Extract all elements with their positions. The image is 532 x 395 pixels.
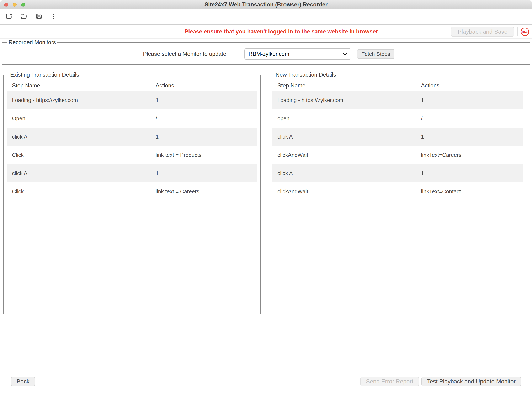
action-cell: / — [156, 115, 157, 122]
status-row: Please ensure that you haven't logged in… — [0, 24, 532, 39]
step-name-cell: Loading - https://zylker.com — [12, 97, 78, 104]
step-name-cell: click A — [12, 170, 28, 176]
table-row[interactable]: clickAndWait linkText=Careers — [272, 146, 523, 164]
window-controls — [4, 0, 25, 9]
new-transaction-icon — [5, 12, 13, 21]
rec-record-icon[interactable]: REC — [521, 28, 529, 36]
titlebar: Site24x7 Web Transaction (Browser) Recor… — [0, 0, 532, 9]
column-header-actions: Actions — [156, 82, 174, 89]
monitor-select[interactable]: RBM-zylker.com — [244, 48, 351, 60]
fetch-steps-button[interactable]: Fetch Steps — [357, 49, 395, 59]
table-row[interactable]: click A 1 — [272, 164, 523, 182]
column-header-actions: Actions — [421, 82, 439, 89]
recorded-monitors-panel: Recorded Monitors Please select a Monito… — [2, 39, 530, 65]
action-cell: 1 — [421, 133, 424, 140]
send-error-report-button[interactable]: Send Error Report — [360, 377, 419, 386]
step-name-cell: clickAndWait — [277, 188, 308, 195]
column-header-step-name: Step Name — [277, 82, 305, 89]
table-row[interactable]: click A 1 — [7, 127, 257, 146]
toolbar — [0, 9, 532, 24]
action-cell: 1 — [156, 97, 159, 104]
action-cell: linkText=Contact — [421, 188, 461, 195]
action-cell: 1 — [156, 133, 159, 140]
save-button[interactable] — [34, 12, 43, 21]
window-title: Site24x7 Web Transaction (Browser) Recor… — [205, 1, 327, 8]
test-playback-update-monitor-button[interactable]: Test Playback and Update Monitor — [421, 377, 521, 386]
monitor-select-label: Please select a Monitor to update — [143, 51, 226, 57]
table-row[interactable]: Click link text = Careers — [7, 182, 257, 201]
step-name-cell: clickAndWait — [277, 152, 308, 158]
step-name-cell: click A — [12, 133, 28, 140]
table-row[interactable]: Click link text = Products — [7, 146, 257, 164]
action-cell: / — [421, 115, 422, 122]
existing-table-rows: Loading - https://zylker.com 1 Open / cl… — [7, 91, 257, 201]
step-name-cell: Click — [12, 152, 24, 158]
more-options-button[interactable] — [50, 12, 58, 21]
footer-right-actions: Send Error Report Test Playback and Upda… — [360, 377, 521, 386]
new-transaction-button[interactable] — [5, 12, 13, 21]
action-cell: link text = Products — [156, 152, 201, 158]
minimize-window-button[interactable] — [13, 3, 17, 7]
transaction-panels: Existing Transaction Details Step Name A… — [3, 72, 526, 314]
footer-actions: Back Send Error Report Test Playback and… — [11, 377, 521, 386]
table-row[interactable]: click A 1 — [7, 164, 257, 182]
action-cell: 1 — [421, 170, 424, 176]
action-cell: 1 — [156, 170, 159, 176]
table-row[interactable]: Loading - https://zylker.com 1 — [272, 91, 523, 109]
new-table-header: Step Name Actions — [269, 80, 526, 91]
column-header-step-name: Step Name — [12, 82, 40, 89]
login-warning-text: Please ensure that you haven't logged in… — [184, 28, 378, 35]
existing-transaction-panel: Existing Transaction Details Step Name A… — [3, 72, 261, 314]
zoom-window-button[interactable] — [21, 3, 25, 7]
step-name-cell: click A — [277, 170, 293, 176]
new-table-rows: Loading - https://zylker.com 1 open / cl… — [272, 91, 523, 201]
open-folder-icon — [20, 12, 28, 21]
monitor-select-value: RBM-zylker.com — [249, 51, 289, 57]
table-row[interactable]: click A 1 — [272, 127, 523, 146]
save-icon — [35, 12, 43, 21]
step-name-cell: open — [277, 115, 289, 122]
step-name-cell: Loading - https://zylker.com — [277, 97, 343, 104]
rec-label: REC — [522, 30, 528, 33]
table-row[interactable]: clickAndWait linkText=Contact — [272, 182, 523, 201]
existing-table-header: Step Name Actions — [4, 80, 260, 91]
vertical-divider — [517, 27, 518, 36]
step-name-cell: click A — [277, 133, 293, 140]
action-cell: linkText=Careers — [421, 152, 461, 158]
app-window: Site24x7 Web Transaction (Browser) Recor… — [0, 0, 532, 395]
table-row[interactable]: open / — [272, 109, 523, 127]
action-cell: 1 — [421, 97, 424, 104]
new-transaction-legend: New Transaction Details — [274, 72, 338, 78]
open-file-button[interactable] — [20, 12, 28, 21]
record-controls: Playback and Save REC — [451, 24, 529, 39]
existing-transaction-legend: Existing Transaction Details — [9, 72, 81, 78]
action-cell: link text = Careers — [156, 188, 199, 195]
back-button[interactable]: Back — [11, 377, 35, 386]
new-transaction-panel: New Transaction Details Step Name Action… — [269, 72, 526, 314]
monitor-select-row: Please select a Monitor to update RBM-zy… — [2, 46, 530, 62]
more-options-icon — [50, 12, 58, 21]
step-name-cell: Click — [12, 188, 24, 195]
recorded-monitors-legend: Recorded Monitors — [7, 39, 57, 46]
step-name-cell: Open — [12, 115, 25, 122]
chevron-down-icon — [343, 53, 348, 56]
table-row[interactable]: Loading - https://zylker.com 1 — [7, 91, 257, 109]
close-window-button[interactable] — [4, 3, 8, 7]
table-row[interactable]: Open / — [7, 109, 257, 127]
playback-and-save-button[interactable]: Playback and Save — [451, 27, 514, 37]
